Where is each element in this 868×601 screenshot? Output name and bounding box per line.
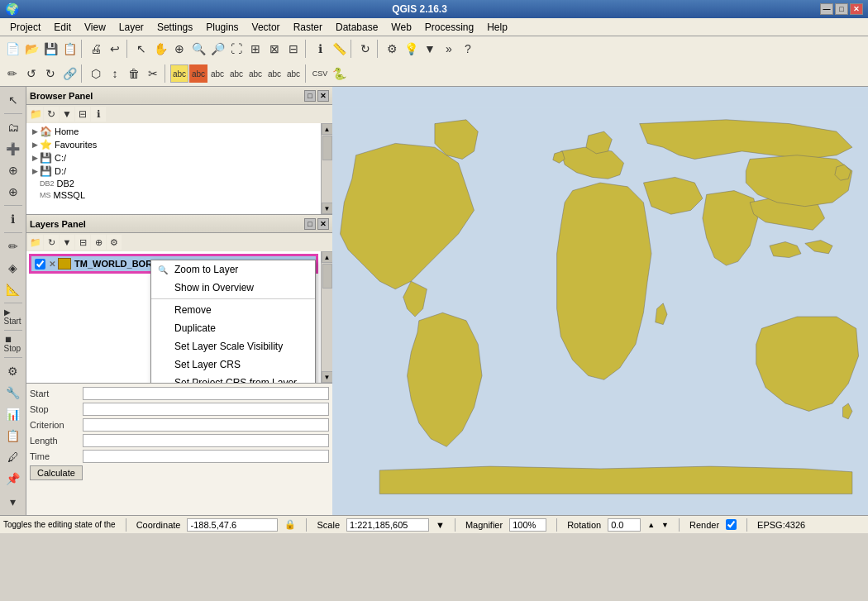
- browser-add-button[interactable]: 📁: [28, 107, 43, 122]
- layers-collapse-button[interactable]: ⊟: [75, 235, 90, 250]
- browser-scroll-down[interactable]: ▼: [322, 203, 333, 214]
- browser-scroll-thumb[interactable]: [322, 136, 332, 160]
- redo-button[interactable]: ↻: [41, 64, 60, 83]
- dropdown-button[interactable]: ▼: [421, 40, 439, 58]
- csv-button[interactable]: CSV: [311, 64, 329, 83]
- print-button[interactable]: 🖨: [87, 40, 105, 58]
- rotation-up-icon[interactable]: ▲: [647, 521, 655, 529]
- rotation-input[interactable]: [608, 518, 641, 532]
- python-button[interactable]: 🐍: [330, 64, 348, 83]
- left-tb-add3[interactable]: ⊕: [3, 182, 23, 202]
- left-tb-misc5[interactable]: 🖊: [3, 447, 23, 467]
- edit-pencil-button[interactable]: ✏: [3, 64, 21, 83]
- browser-refresh-button[interactable]: ↻: [44, 107, 59, 122]
- left-tb-measure[interactable]: 📐: [3, 279, 23, 299]
- layers-scroll-up[interactable]: ▲: [322, 251, 333, 263]
- coordinate-input[interactable]: [187, 518, 278, 532]
- ctx-zoom-to-layer[interactable]: 🔍 Zoom to Layer: [151, 260, 315, 279]
- calculate-button[interactable]: Calculate: [30, 465, 83, 480]
- cut-button[interactable]: ✂: [144, 64, 162, 83]
- settings-button[interactable]: ⚙: [383, 40, 401, 58]
- move-button[interactable]: ↕: [106, 64, 124, 83]
- browser-item-c[interactable]: ▶ 💾 C:/: [28, 151, 319, 165]
- rotation-down-icon[interactable]: ▼: [661, 521, 669, 529]
- ctx-remove[interactable]: Remove: [151, 301, 315, 319]
- layers-add-button[interactable]: 📁: [28, 235, 43, 250]
- maximize-button[interactable]: □: [835, 3, 848, 15]
- zoom-layer-button[interactable]: ⊞: [246, 40, 265, 58]
- left-tb-misc2[interactable]: 🔧: [3, 383, 23, 403]
- ctx-set-layer-scale[interactable]: Set Layer Scale Visibility: [151, 337, 315, 355]
- left-tb-node[interactable]: ◈: [3, 258, 23, 278]
- open-project-button[interactable]: 📂: [22, 40, 41, 58]
- layers-refresh-button[interactable]: ↻: [44, 235, 59, 250]
- menu-processing[interactable]: Processing: [418, 20, 480, 35]
- browser-info-button[interactable]: ℹ: [91, 107, 106, 122]
- layers-manage-button[interactable]: ⚙: [107, 235, 122, 250]
- layers-scroll-track[interactable]: [322, 263, 332, 371]
- zoom-out-button[interactable]: 🔎: [208, 40, 227, 58]
- zoom-in-button[interactable]: 🔍: [189, 40, 207, 58]
- zoom-prev-button[interactable]: ⊟: [284, 40, 303, 58]
- snap-button[interactable]: 🔗: [60, 64, 79, 83]
- menu-edit[interactable]: Edit: [47, 20, 78, 35]
- rotate-button[interactable]: ↺: [22, 64, 41, 83]
- label-btn-1[interactable]: abc: [170, 64, 188, 83]
- browser-expand-button[interactable]: □: [304, 90, 316, 102]
- criterion-input[interactable]: [83, 418, 329, 432]
- layers-filter-button[interactable]: ▼: [60, 235, 74, 250]
- pan-map-button[interactable]: ⊕: [170, 40, 188, 58]
- browser-filter-button[interactable]: ▼: [60, 107, 74, 122]
- label-btn-4[interactable]: abc: [227, 64, 246, 83]
- left-tb-layers[interactable]: 🗂: [3, 117, 23, 137]
- browser-scroll-track[interactable]: [322, 135, 332, 203]
- menu-layer[interactable]: Layer: [112, 20, 150, 35]
- magnifier-input[interactable]: [509, 518, 546, 532]
- ctx-show-in-overview[interactable]: Show in Overview: [151, 279, 315, 297]
- layers-scrollbar[interactable]: ▲ ▼: [321, 251, 332, 383]
- node-tool-button[interactable]: ⬡: [87, 64, 105, 83]
- pan-button[interactable]: ✋: [151, 40, 169, 58]
- left-tb-bottom[interactable]: ▾: [3, 492, 23, 512]
- browser-item-favourites[interactable]: ▶ ⭐ Favourites: [28, 138, 319, 151]
- layer-checkbox[interactable]: [35, 259, 45, 269]
- more-button[interactable]: »: [440, 40, 458, 58]
- refresh-button[interactable]: ↻: [356, 40, 374, 58]
- undo-button[interactable]: ↩: [106, 40, 124, 58]
- render-checkbox[interactable]: [726, 519, 737, 530]
- help-button[interactable]: ?: [459, 40, 477, 58]
- menu-web[interactable]: Web: [384, 20, 417, 35]
- browser-item-d[interactable]: ▶ 💾 D:/: [28, 165, 319, 178]
- label-btn-7[interactable]: abc: [284, 64, 303, 83]
- ctx-set-project-crs[interactable]: Set Project CRS from Layer: [151, 374, 315, 383]
- length-input[interactable]: [83, 434, 329, 447]
- browser-item-home[interactable]: ▶ 🏠 Home: [28, 125, 319, 138]
- layers-close-button[interactable]: ✕: [317, 218, 329, 230]
- menu-view[interactable]: View: [78, 20, 112, 35]
- left-tb-edit[interactable]: ✏: [3, 236, 23, 256]
- browser-scroll-up[interactable]: ▲: [322, 123, 333, 135]
- scale-dropdown-icon[interactable]: ▼: [436, 520, 445, 530]
- identify-button[interactable]: ℹ: [311, 40, 329, 58]
- menu-settings[interactable]: Settings: [150, 20, 199, 35]
- browser-scrollbar[interactable]: ▲ ▼: [321, 123, 332, 214]
- left-tb-stop[interactable]: ⏹ Stop: [3, 334, 23, 354]
- menu-project[interactable]: Project: [3, 20, 47, 35]
- left-tb-misc[interactable]: ⚙: [3, 361, 23, 381]
- menu-raster[interactable]: Raster: [287, 20, 329, 35]
- select-button[interactable]: ↖: [132, 40, 150, 58]
- menu-help[interactable]: Help: [480, 20, 514, 35]
- layers-expand-button[interactable]: □: [304, 218, 316, 230]
- left-tb-start[interactable]: ▶ Start: [3, 307, 23, 327]
- layers-add-group-button[interactable]: ⊕: [91, 235, 106, 250]
- tip-button[interactable]: 💡: [402, 40, 420, 58]
- map-area[interactable]: [332, 87, 868, 515]
- delete-button[interactable]: 🗑: [125, 64, 143, 83]
- ctx-duplicate[interactable]: Duplicate: [151, 319, 315, 337]
- browser-collapse-button[interactable]: ⊟: [75, 107, 90, 122]
- save-project-button[interactable]: 💾: [41, 40, 60, 58]
- label-btn-5[interactable]: abc: [246, 64, 265, 83]
- zoom-full-button[interactable]: ⛶: [227, 40, 246, 58]
- menu-plugins[interactable]: Plugins: [199, 20, 245, 35]
- stop-input[interactable]: [83, 403, 329, 416]
